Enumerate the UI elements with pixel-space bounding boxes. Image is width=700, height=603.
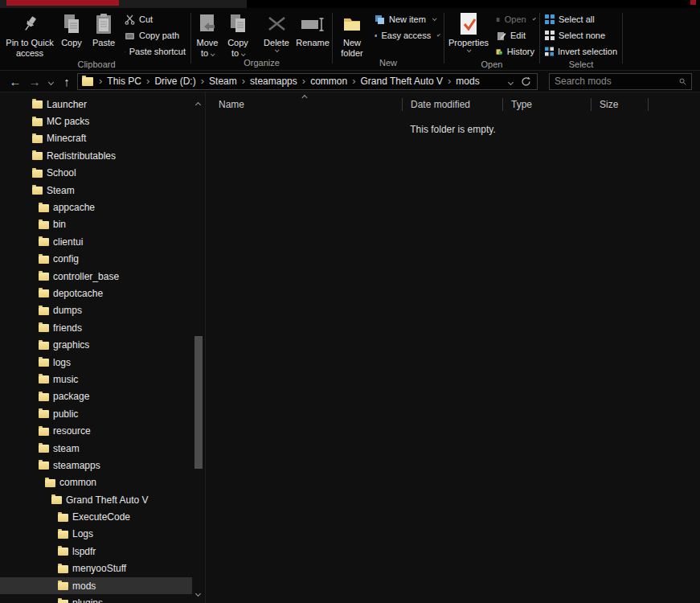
tree-item-controller-base[interactable]: controller_base xyxy=(0,268,192,285)
new-item-button[interactable]: New item xyxy=(370,11,443,27)
copy-button[interactable]: Copy xyxy=(56,10,87,48)
tree-item-menyoostuff[interactable]: menyooStuff xyxy=(0,560,192,577)
folder-icon xyxy=(32,100,43,109)
tree-item-dumps[interactable]: dumps xyxy=(0,302,192,319)
tree-item-minecraft[interactable]: Minecraft xyxy=(0,130,192,147)
new-folder-button[interactable]: New folder xyxy=(334,10,370,58)
breadcrumb-item[interactable]: Drive (D:) xyxy=(154,76,195,87)
tree-item-school[interactable]: School xyxy=(0,165,192,182)
tree-item-mc-packs[interactable]: MC packs xyxy=(0,113,192,129)
move-to-icon xyxy=(198,10,217,38)
ribbon-group-open: Properties Open Edit History xyxy=(445,8,538,70)
history-button[interactable]: History xyxy=(492,43,538,59)
tree-item-steamapps[interactable]: steamapps xyxy=(0,457,192,474)
address-dropdown-chevron[interactable] xyxy=(509,76,513,87)
properties-button[interactable]: Properties xyxy=(445,10,492,52)
tree-item-label: appcache xyxy=(53,202,95,213)
move-to-button[interactable]: Move to xyxy=(192,10,223,58)
tree-item-grand-theft-auto-v[interactable]: Grand Theft Auto V xyxy=(0,491,192,508)
search-icon[interactable] xyxy=(679,76,686,87)
tree-item-package[interactable]: package xyxy=(0,388,192,405)
ribbon: Pin to Quick access Copy Paste xyxy=(0,8,700,71)
folder-icon xyxy=(39,204,49,212)
recent-locations-chevron[interactable] xyxy=(45,76,56,87)
scrollbar-thumb[interactable] xyxy=(194,336,203,469)
column-header-label: Type xyxy=(511,99,532,110)
breadcrumb-item[interactable]: mods xyxy=(456,76,479,87)
pin-to-quick-access-button[interactable]: Pin to Quick access xyxy=(3,10,56,58)
scroll-down-icon[interactable] xyxy=(196,587,200,598)
easy-access-button[interactable]: Easy access xyxy=(370,27,443,43)
sort-ascending-icon xyxy=(301,95,307,100)
new-folder-icon xyxy=(342,10,362,38)
copy-to-button[interactable]: Copy to xyxy=(223,10,253,58)
column-header-date-modified[interactable]: Date modified xyxy=(403,95,503,114)
address-bar[interactable]: ›This PC›Drive (D:)›Steam›steamapps›comm… xyxy=(77,73,538,90)
tree-item-redistributables[interactable]: Redistributables xyxy=(0,147,192,164)
tree-item-public[interactable]: public xyxy=(0,405,192,422)
tree-item-config[interactable]: config xyxy=(0,251,192,268)
tree-item-common[interactable]: common xyxy=(0,474,192,491)
breadcrumb-separator-icon: › xyxy=(196,75,209,88)
up-button[interactable]: ↑ xyxy=(58,75,76,88)
empty-folder-message: This folder is empty. xyxy=(206,124,700,135)
breadcrumb-item[interactable]: steamapps xyxy=(250,76,297,87)
ribbon-group-select: Select all Select none Invert selection … xyxy=(541,8,621,70)
tree-item-lspdfr[interactable]: lspdfr xyxy=(0,543,192,560)
rename-button[interactable]: Rename xyxy=(294,10,331,48)
tree-item-logs[interactable]: Logs xyxy=(0,526,192,543)
tree-item-label: lspdfr xyxy=(72,546,96,557)
delete-button[interactable]: Delete xyxy=(259,10,294,52)
tree-item-resource[interactable]: resource xyxy=(0,422,192,439)
paste-button[interactable]: Paste xyxy=(87,10,121,48)
tree-item-launcher[interactable]: Launcher xyxy=(0,96,192,113)
sidebar-scrollbar[interactable] xyxy=(194,95,203,601)
navigation-bar: ← → ↑ ›This PC›Drive (D:)›Steam›steamapp… xyxy=(0,71,700,92)
back-button[interactable]: ← xyxy=(6,75,24,88)
copy-to-icon xyxy=(227,10,248,38)
tree-item-label: plugins xyxy=(72,597,103,603)
column-header-size[interactable]: Size xyxy=(592,95,649,114)
invert-selection-button[interactable]: Invert selection xyxy=(541,43,621,59)
breadcrumb-item[interactable]: Steam xyxy=(209,76,237,87)
select-all-button[interactable]: Select all xyxy=(541,11,621,27)
column-header-type[interactable]: Type xyxy=(503,95,592,114)
select-none-button[interactable]: Select none xyxy=(541,27,621,43)
column-header-name[interactable]: Name xyxy=(206,95,403,114)
tree-item-steam[interactable]: Steam xyxy=(0,182,192,199)
scroll-up-icon[interactable] xyxy=(196,98,200,109)
tree-item-clientui[interactable]: clientui xyxy=(0,233,192,250)
cut-button[interactable]: Cut xyxy=(121,11,190,27)
tree-item-steam[interactable]: steam xyxy=(0,440,192,457)
copy-path-button[interactable]: Copy path xyxy=(121,27,190,43)
tree-item-plugins[interactable]: plugins xyxy=(0,594,192,603)
search-input[interactable] xyxy=(555,76,679,87)
paste-shortcut-button[interactable]: Paste shortcut xyxy=(121,43,190,59)
file-tab-accent[interactable] xyxy=(6,0,119,6)
tree-item-logs[interactable]: logs xyxy=(0,354,192,371)
refresh-icon[interactable] xyxy=(521,76,531,87)
tree-item-bin[interactable]: bin xyxy=(0,216,192,233)
tree-item-mods[interactable]: mods xyxy=(0,577,192,594)
tree-item-depotcache[interactable]: depotcache xyxy=(0,285,192,302)
edit-button[interactable]: Edit xyxy=(492,27,538,43)
tree-item-appcache[interactable]: appcache xyxy=(0,199,192,215)
folder-icon xyxy=(39,461,49,470)
tree-item-label: depotcache xyxy=(53,288,103,299)
breadcrumb-item[interactable]: This PC xyxy=(107,76,141,87)
folder-tree: LauncherMC packsMinecraftRedistributable… xyxy=(0,92,205,603)
ribbon-group-clipboard: Pin to Quick access Copy Paste xyxy=(3,8,190,70)
copy-icon xyxy=(61,10,82,38)
breadcrumb-item[interactable]: common xyxy=(310,76,347,87)
forward-button[interactable]: → xyxy=(26,75,43,88)
open-button[interactable]: Open xyxy=(492,11,538,27)
tree-item-graphics[interactable]: graphics xyxy=(0,336,192,353)
column-header-label: Name xyxy=(219,99,244,110)
titlebar-accent-dot xyxy=(690,0,696,5)
breadcrumb-item[interactable]: Grand Theft Auto V xyxy=(360,76,443,87)
tree-item-friends[interactable]: friends xyxy=(0,319,192,336)
tree-item-executecode[interactable]: ExecuteCode xyxy=(0,508,192,525)
folder-icon xyxy=(39,307,49,315)
tree-item-music[interactable]: music xyxy=(0,371,192,388)
folder-icon xyxy=(39,324,49,332)
